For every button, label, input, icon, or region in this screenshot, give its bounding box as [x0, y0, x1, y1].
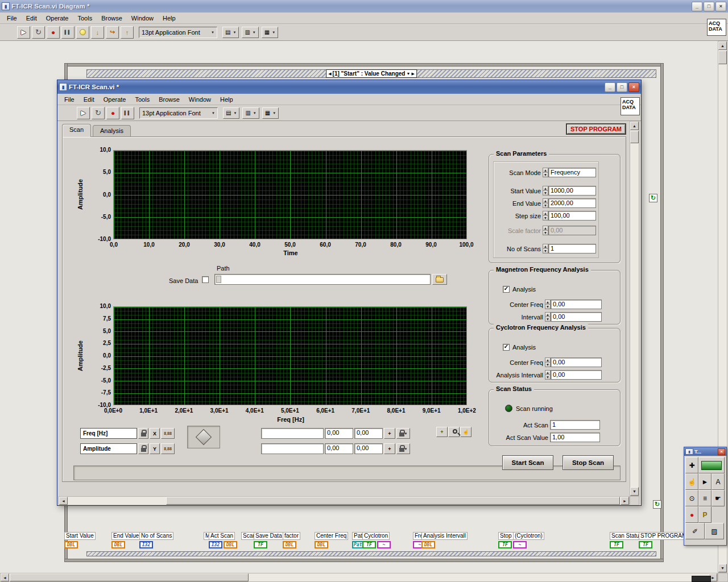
- scroll-up-button[interactable]: ▲: [718, 41, 727, 50]
- align-objects-dropdown[interactable]: ▤▼: [222, 27, 239, 38]
- spinner[interactable]: [543, 211, 548, 221]
- spinner[interactable]: [545, 370, 551, 380]
- end-value-input[interactable]: 2000,00: [548, 198, 596, 208]
- tab-analysis[interactable]: Analysis: [93, 125, 131, 137]
- scrollbar-thumb[interactable]: [10, 573, 249, 581]
- scroll-left-button[interactable]: ◄: [1, 573, 9, 581]
- tf-terminal[interactable]: TF: [254, 541, 267, 548]
- distribute-objects-dropdown[interactable]: ▥▼: [242, 107, 259, 119]
- waveform-terminal[interactable]: ~: [513, 541, 527, 548]
- minimize-button[interactable]: _: [605, 82, 615, 92]
- menu-window[interactable]: Window: [127, 13, 158, 23]
- menu-file[interactable]: File: [60, 94, 79, 105]
- panel-horizontal-scrollbar[interactable]: ◄ ►: [59, 496, 630, 505]
- close-button[interactable]: ×: [628, 82, 639, 92]
- start-scan-button[interactable]: Start Scan: [502, 455, 553, 470]
- step-out-button[interactable]: ↑: [121, 26, 134, 39]
- cursor-x-value[interactable]: 0,00: [325, 428, 353, 439]
- reorder-objects-dropdown[interactable]: ▦▼: [262, 107, 279, 119]
- step-into-button[interactable]: ↓: [91, 26, 104, 39]
- y-scale-name[interactable]: Amplitude: [80, 443, 137, 454]
- cyclotron-center-freq-input[interactable]: 0,00: [551, 357, 602, 367]
- graph-zoom-tool-button[interactable]: [448, 427, 460, 437]
- scroll-tool[interactable]: ☛: [712, 490, 725, 506]
- stop-scan-button[interactable]: Stop Scan: [562, 455, 614, 470]
- maximize-button[interactable]: □: [704, 2, 714, 11]
- set-color-tool[interactable]: ▨: [705, 523, 724, 539]
- tf-terminal[interactable]: TF: [362, 541, 376, 548]
- scrollbar-thumb[interactable]: [630, 131, 639, 143]
- magnetron-intervall-input[interactable]: 0,00: [551, 312, 602, 322]
- while-loop-border-right[interactable]: [660, 63, 664, 562]
- menu-browse[interactable]: Browse: [154, 94, 184, 105]
- cursor-y-value[interactable]: 0,00: [354, 428, 383, 439]
- x-scale-lock-button[interactable]: [138, 428, 148, 439]
- cyclotron-analysis-intervall-input[interactable]: 0,00: [551, 370, 602, 380]
- operate-value-tool[interactable]: ☝: [685, 473, 698, 490]
- vi-icon-acq-data[interactable]: ACQ DATA: [621, 97, 640, 115]
- cursor-crosshair-button[interactable]: +: [384, 443, 395, 454]
- dbl-terminal[interactable]: DBL: [224, 541, 237, 548]
- event-case-label[interactable]: [1] "Start" : Value Changed: [333, 70, 406, 77]
- start-value-input[interactable]: 1000,00: [548, 186, 596, 196]
- cursor-lock-dropdown[interactable]: ▼: [396, 428, 410, 439]
- auto-tool-select-button[interactable]: ✚: [685, 457, 698, 473]
- panel-vertical-scrollbar[interactable]: ▲ ▼: [630, 121, 639, 496]
- loop-iteration-icon[interactable]: ↻: [649, 194, 657, 202]
- event-case-selector[interactable]: ◀ [1] "Start" : Value Changed ▼ ▶: [326, 69, 417, 78]
- maximize-button[interactable]: □: [617, 82, 627, 92]
- loop-condition-icon[interactable]: ↻: [653, 500, 661, 509]
- run-continuous-button[interactable]: ↻: [92, 107, 105, 119]
- menu-operate[interactable]: Operate: [42, 13, 73, 23]
- stop-program-button[interactable]: STOP PROGRAM: [566, 123, 626, 135]
- run-button[interactable]: ▶: [17, 26, 30, 39]
- tab-scan[interactable]: Scan: [62, 124, 91, 137]
- spinner[interactable]: [545, 357, 551, 367]
- cursor-mover-diamond[interactable]: [196, 429, 212, 445]
- diagram-horizontal-scrollbar[interactable]: ◄ ►: [0, 573, 718, 582]
- scan-mode-value[interactable]: Frequency: [548, 168, 596, 177]
- scrollbar-thumb[interactable]: [166, 497, 620, 505]
- scroll-down-button[interactable]: ▼: [630, 487, 639, 496]
- cursor-name-field[interactable]: [261, 443, 324, 454]
- wiring-tool[interactable]: ⊙: [685, 490, 698, 506]
- scroll-up-button[interactable]: ▲: [630, 122, 639, 130]
- browse-path-button[interactable]: [432, 274, 447, 285]
- panel-window-titlebar[interactable]: ▮ FT-ICR Scan.vi * _ □ ×: [57, 80, 641, 94]
- x-scale-format-button[interactable]: 8,88: [161, 428, 175, 439]
- y-scale-format-button[interactable]: 8,88: [161, 443, 175, 454]
- pause-button[interactable]: ▌▌: [121, 107, 134, 119]
- tf-terminal[interactable]: TF: [610, 541, 623, 548]
- dbl-terminal[interactable]: DBL: [64, 541, 78, 548]
- font-selector-dropdown[interactable]: 13pt Application Font ▼: [139, 27, 217, 38]
- menu-edit[interactable]: Edit: [79, 94, 99, 105]
- run-continuous-button[interactable]: ↻: [32, 26, 45, 39]
- spinner[interactable]: [545, 300, 551, 309]
- cyclotron-analysis-checkbox[interactable]: ✓: [503, 344, 510, 351]
- tf-terminal[interactable]: TF: [498, 541, 512, 548]
- diagram-window-titlebar[interactable]: ▮ FT-ICR Scan.vi Diagram * _ □ ×: [0, 0, 728, 13]
- i32-terminal[interactable]: I32: [139, 541, 153, 548]
- run-button[interactable]: ▶: [77, 107, 90, 119]
- dbl-terminal[interactable]: DBL: [283, 541, 296, 548]
- minimize-button[interactable]: _: [692, 2, 702, 11]
- tools-palette-titlebar[interactable]: ▮ T... ×: [684, 447, 726, 456]
- while-loop-border-bottom[interactable]: [64, 559, 664, 562]
- graph-cursor-tool-button[interactable]: +: [436, 427, 448, 437]
- spinner[interactable]: [543, 186, 548, 196]
- waveform-terminal[interactable]: ~: [377, 541, 391, 548]
- menu-tools[interactable]: Tools: [130, 94, 154, 105]
- scroll-down-button[interactable]: ▼: [718, 564, 727, 572]
- position-size-tool[interactable]: ►: [698, 473, 712, 490]
- menu-tools[interactable]: Tools: [73, 13, 97, 23]
- menu-operate[interactable]: Operate: [99, 94, 131, 105]
- object-menu-tool[interactable]: ≡: [698, 490, 712, 506]
- auto-tool-led[interactable]: [698, 457, 725, 473]
- close-button[interactable]: ×: [715, 2, 726, 11]
- cursor-crosshair-button[interactable]: +: [384, 428, 395, 439]
- pause-button[interactable]: ▌▌: [61, 26, 75, 39]
- close-button[interactable]: ×: [718, 448, 725, 455]
- align-objects-dropdown[interactable]: ▤▼: [223, 107, 239, 119]
- i32-terminal[interactable]: I32: [209, 541, 222, 548]
- no-of-scans-input[interactable]: 1: [548, 244, 596, 253]
